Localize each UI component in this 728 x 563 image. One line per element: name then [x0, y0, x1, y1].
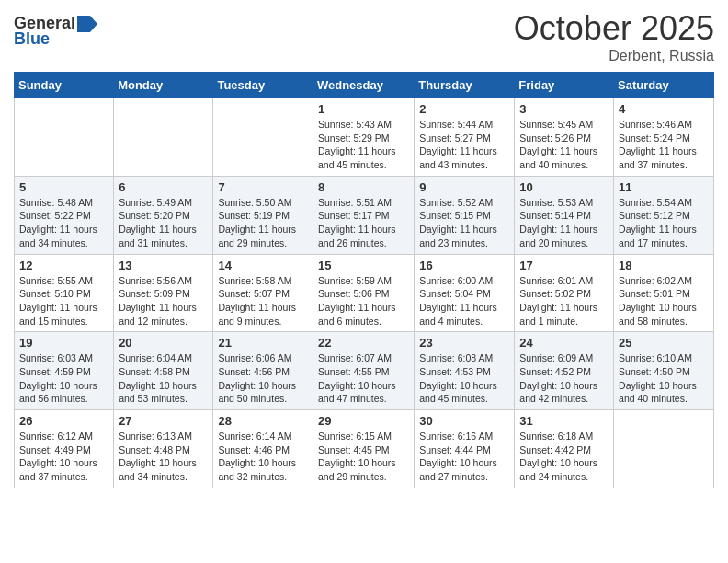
day-number: 6: [119, 180, 208, 194]
calendar-cell: 20Sunrise: 6:04 AM Sunset: 4:58 PM Dayli…: [114, 332, 213, 410]
calendar-cell: [614, 410, 714, 488]
calendar-cell: 3Sunrise: 5:45 AM Sunset: 5:26 PM Daylig…: [515, 98, 614, 177]
day-number: 11: [619, 180, 709, 194]
logo-arrow-icon: [77, 16, 97, 32]
day-number: 3: [519, 102, 609, 116]
day-info: Sunrise: 5:43 AM Sunset: 5:29 PM Dayligh…: [318, 118, 409, 172]
day-number: 26: [19, 414, 108, 428]
day-info: Sunrise: 6:10 AM Sunset: 4:50 PM Dayligh…: [619, 351, 709, 406]
day-info: Sunrise: 6:04 AM Sunset: 4:58 PM Dayligh…: [119, 351, 208, 406]
header-day-tuesday: Tuesday: [213, 73, 313, 98]
day-number: 12: [19, 259, 108, 272]
calendar-cell: 10Sunrise: 5:53 AM Sunset: 5:14 PM Dayli…: [515, 176, 614, 254]
day-info: Sunrise: 5:52 AM Sunset: 5:15 PM Dayligh…: [419, 196, 509, 250]
calendar-cell: 25Sunrise: 6:10 AM Sunset: 4:50 PM Dayli…: [614, 332, 714, 410]
location-title: Derbent, Russia: [514, 48, 714, 64]
calendar-cell: 14Sunrise: 5:58 AM Sunset: 5:07 PM Dayli…: [213, 254, 313, 332]
day-number: 4: [619, 102, 709, 116]
calendar-cell: 27Sunrise: 6:13 AM Sunset: 4:48 PM Dayli…: [114, 410, 213, 488]
day-number: 5: [19, 180, 108, 194]
calendar-cell: 1Sunrise: 5:43 AM Sunset: 5:29 PM Daylig…: [313, 98, 414, 177]
day-number: 9: [419, 180, 509, 194]
header-row: SundayMondayTuesdayWednesdayThursdayFrid…: [15, 73, 714, 98]
calendar-cell: 13Sunrise: 5:56 AM Sunset: 5:09 PM Dayli…: [114, 254, 213, 332]
day-info: Sunrise: 6:14 AM Sunset: 4:46 PM Dayligh…: [218, 430, 308, 484]
day-info: Sunrise: 5:45 AM Sunset: 5:26 PM Dayligh…: [519, 118, 609, 172]
week-row-3: 12Sunrise: 5:55 AM Sunset: 5:10 PM Dayli…: [15, 254, 714, 332]
day-info: Sunrise: 5:56 AM Sunset: 5:09 PM Dayligh…: [119, 274, 208, 328]
day-number: 29: [318, 414, 409, 428]
day-number: 23: [419, 336, 509, 350]
day-number: 22: [318, 336, 409, 350]
day-info: Sunrise: 6:12 AM Sunset: 4:49 PM Dayligh…: [19, 430, 108, 484]
header-day-friday: Friday: [515, 73, 614, 98]
calendar-cell: 21Sunrise: 6:06 AM Sunset: 4:56 PM Dayli…: [213, 332, 313, 410]
day-info: Sunrise: 5:54 AM Sunset: 5:12 PM Dayligh…: [619, 196, 709, 250]
header-day-thursday: Thursday: [415, 73, 515, 98]
day-info: Sunrise: 6:16 AM Sunset: 4:44 PM Dayligh…: [419, 430, 509, 484]
day-number: 20: [119, 336, 208, 350]
day-info: Sunrise: 5:55 AM Sunset: 5:10 PM Dayligh…: [19, 274, 108, 328]
calendar-cell: 23Sunrise: 6:08 AM Sunset: 4:53 PM Dayli…: [415, 332, 515, 410]
day-number: 31: [519, 414, 609, 428]
calendar-cell: 8Sunrise: 5:51 AM Sunset: 5:17 PM Daylig…: [313, 176, 414, 254]
day-number: 13: [119, 259, 208, 272]
calendar-cell: 19Sunrise: 6:03 AM Sunset: 4:59 PM Dayli…: [15, 332, 114, 410]
calendar-cell: [15, 98, 114, 177]
title-area: October 2025 Derbent, Russia: [514, 9, 714, 64]
day-info: Sunrise: 6:01 AM Sunset: 5:02 PM Dayligh…: [519, 274, 609, 328]
day-number: 15: [318, 259, 409, 272]
day-number: 17: [519, 259, 609, 272]
day-number: 14: [218, 259, 308, 272]
day-info: Sunrise: 5:51 AM Sunset: 5:17 PM Dayligh…: [318, 196, 409, 250]
calendar-cell: 31Sunrise: 6:18 AM Sunset: 4:42 PM Dayli…: [515, 410, 614, 488]
day-number: 28: [218, 414, 308, 428]
day-number: 8: [318, 180, 409, 194]
day-info: Sunrise: 5:44 AM Sunset: 5:27 PM Dayligh…: [419, 118, 509, 172]
day-number: 25: [619, 336, 709, 350]
day-number: 21: [218, 336, 308, 350]
day-info: Sunrise: 6:06 AM Sunset: 4:56 PM Dayligh…: [218, 351, 308, 406]
header-day-monday: Monday: [114, 73, 213, 98]
calendar-cell: 9Sunrise: 5:52 AM Sunset: 5:15 PM Daylig…: [415, 176, 515, 254]
calendar-cell: 24Sunrise: 6:09 AM Sunset: 4:52 PM Dayli…: [515, 332, 614, 410]
day-info: Sunrise: 6:13 AM Sunset: 4:48 PM Dayligh…: [119, 430, 208, 484]
day-number: 30: [419, 414, 509, 428]
day-number: 24: [519, 336, 609, 350]
day-info: Sunrise: 5:49 AM Sunset: 5:20 PM Dayligh…: [119, 196, 208, 250]
day-info: Sunrise: 5:46 AM Sunset: 5:24 PM Dayligh…: [619, 118, 709, 172]
week-row-4: 19Sunrise: 6:03 AM Sunset: 4:59 PM Dayli…: [15, 332, 714, 410]
calendar-cell: 17Sunrise: 6:01 AM Sunset: 5:02 PM Dayli…: [515, 254, 614, 332]
day-number: 18: [619, 259, 709, 272]
day-info: Sunrise: 5:59 AM Sunset: 5:06 PM Dayligh…: [318, 274, 409, 328]
day-number: 10: [519, 180, 609, 194]
calendar-cell: 2Sunrise: 5:44 AM Sunset: 5:27 PM Daylig…: [415, 98, 515, 177]
day-info: Sunrise: 5:48 AM Sunset: 5:22 PM Dayligh…: [19, 196, 108, 250]
day-info: Sunrise: 5:53 AM Sunset: 5:14 PM Dayligh…: [519, 196, 609, 250]
day-info: Sunrise: 6:18 AM Sunset: 4:42 PM Dayligh…: [519, 430, 609, 484]
day-info: Sunrise: 6:09 AM Sunset: 4:52 PM Dayligh…: [519, 351, 609, 406]
calendar-cell: 15Sunrise: 5:59 AM Sunset: 5:06 PM Dayli…: [313, 254, 414, 332]
day-info: Sunrise: 6:15 AM Sunset: 4:45 PM Dayligh…: [318, 430, 409, 484]
calendar-cell: 7Sunrise: 5:50 AM Sunset: 5:19 PM Daylig…: [213, 176, 313, 254]
calendar-cell: 4Sunrise: 5:46 AM Sunset: 5:24 PM Daylig…: [614, 98, 714, 177]
calendar-cell: 11Sunrise: 5:54 AM Sunset: 5:12 PM Dayli…: [614, 176, 714, 254]
calendar-cell: 18Sunrise: 6:02 AM Sunset: 5:01 PM Dayli…: [614, 254, 714, 332]
calendar-cell: [213, 98, 313, 177]
day-number: 16: [419, 259, 509, 272]
day-info: Sunrise: 6:08 AM Sunset: 4:53 PM Dayligh…: [419, 351, 509, 406]
svg-marker-0: [77, 16, 97, 32]
calendar-cell: 5Sunrise: 5:48 AM Sunset: 5:22 PM Daylig…: [15, 176, 114, 254]
day-number: 2: [419, 102, 509, 116]
week-row-1: 1Sunrise: 5:43 AM Sunset: 5:29 PM Daylig…: [15, 98, 714, 177]
day-number: 7: [218, 180, 308, 194]
calendar-cell: [114, 98, 213, 177]
calendar-cell: 6Sunrise: 5:49 AM Sunset: 5:20 PM Daylig…: [114, 176, 213, 254]
day-info: Sunrise: 6:07 AM Sunset: 4:55 PM Dayligh…: [318, 351, 409, 406]
header-day-sunday: Sunday: [15, 73, 114, 98]
week-row-2: 5Sunrise: 5:48 AM Sunset: 5:22 PM Daylig…: [15, 176, 714, 254]
day-number: 27: [119, 414, 208, 428]
day-info: Sunrise: 6:02 AM Sunset: 5:01 PM Dayligh…: [619, 274, 709, 328]
week-row-5: 26Sunrise: 6:12 AM Sunset: 4:49 PM Dayli…: [15, 410, 714, 488]
month-title: October 2025: [514, 9, 714, 48]
